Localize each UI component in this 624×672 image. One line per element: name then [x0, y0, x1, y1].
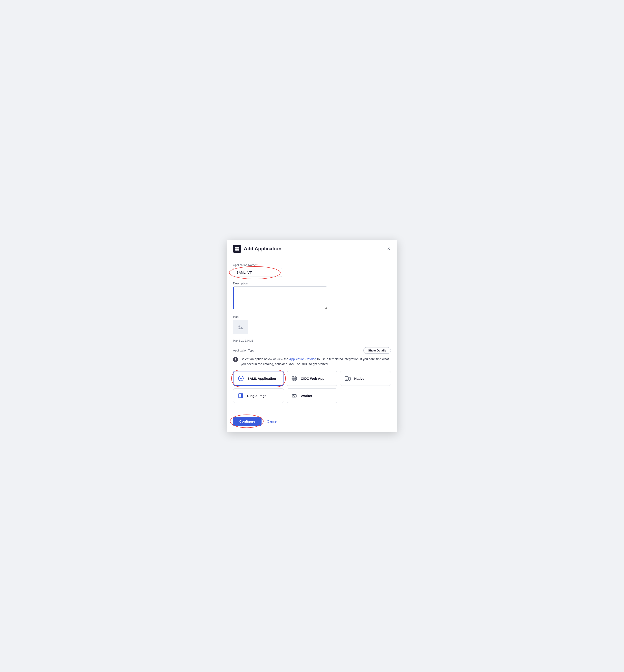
app-name-label: Application Name*: [233, 263, 391, 267]
app-icon-box: [233, 245, 241, 253]
svg-rect-2: [235, 249, 237, 251]
svg-rect-0: [235, 247, 237, 249]
info-banner: ! Select an option below or view the App…: [233, 357, 391, 366]
app-type-row: Application Type Show Details: [233, 347, 391, 354]
svg-point-6: [240, 378, 241, 379]
app-type-label: Application Type: [233, 349, 254, 352]
info-text: Select an option below or view the Appli…: [241, 357, 391, 366]
dialog-title: Add Application: [244, 246, 282, 252]
dialog-footer: Configure Cancel: [227, 414, 397, 432]
worker-icon: [291, 392, 297, 399]
saml-icon: [237, 375, 244, 382]
type-card-single-page-label: Single-Page: [247, 394, 266, 398]
dialog-body: Application Name* Description Icon Max S…: [227, 257, 397, 414]
max-size-text: Max Size 1.0 MB: [233, 339, 391, 342]
type-card-native-label: Native: [354, 377, 364, 381]
svg-rect-14: [239, 394, 241, 397]
app-name-group: Application Name*: [233, 263, 391, 277]
close-button[interactable]: ×: [386, 245, 391, 252]
title-row: Add Application: [233, 245, 282, 253]
add-application-dialog: Add Application × Application Name* Desc…: [227, 240, 397, 432]
type-card-saml-label: SAML Application: [248, 377, 276, 381]
cancel-button[interactable]: Cancel: [265, 417, 279, 426]
app-type-grid-row1: SAML Application OIDC Web App: [233, 371, 391, 386]
svg-rect-3: [237, 249, 239, 251]
type-card-single-page[interactable]: Single-Page: [233, 388, 284, 403]
type-card-worker-label: Worker: [301, 394, 312, 398]
single-page-icon: [237, 392, 244, 399]
svg-point-4: [238, 326, 240, 327]
type-card-native[interactable]: Native: [340, 371, 391, 386]
name-input-wrapper: [233, 268, 282, 277]
show-details-button[interactable]: Show Details: [363, 347, 391, 354]
svg-rect-1: [237, 247, 239, 249]
app-catalog-link[interactable]: Application Catalog: [289, 357, 316, 361]
native-icon: [344, 375, 351, 382]
info-icon: !: [233, 357, 238, 362]
type-card-saml[interactable]: SAML Application: [233, 371, 284, 386]
icon-upload-box[interactable]: [233, 320, 248, 334]
description-group: Description: [233, 282, 391, 310]
dialog-header: Add Application ×: [227, 240, 397, 257]
configure-btn-wrapper: Configure: [233, 417, 262, 426]
type-card-oidc-label: OIDC Web App: [301, 377, 324, 381]
description-input[interactable]: [233, 286, 327, 309]
svg-rect-11: [348, 377, 350, 381]
icon-group: Icon: [233, 315, 391, 334]
empty-slot: [340, 388, 391, 403]
app-name-input[interactable]: [233, 268, 282, 277]
icon-label: Icon: [233, 315, 391, 318]
globe-icon: [291, 375, 297, 382]
configure-button[interactable]: Configure: [233, 417, 262, 426]
description-label: Description: [233, 282, 391, 285]
type-card-worker[interactable]: Worker: [287, 388, 338, 403]
type-card-oidc-web[interactable]: OIDC Web App: [287, 371, 338, 386]
app-type-grid-row2: Single-Page Worker: [233, 388, 391, 403]
